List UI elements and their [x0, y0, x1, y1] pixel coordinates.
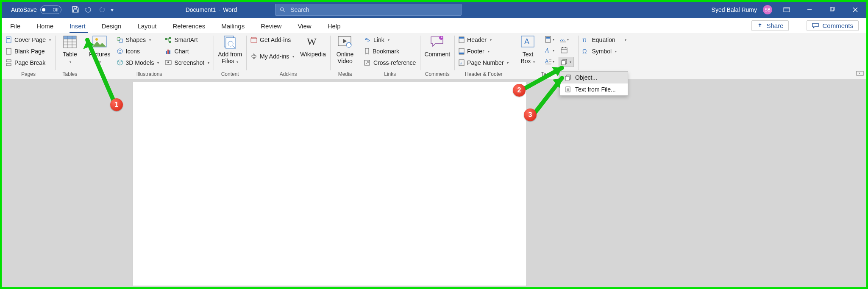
- group-label-pages: Pages: [6, 71, 51, 78]
- svg-rect-30: [169, 41, 171, 43]
- svg-rect-32: [167, 50, 169, 54]
- my-addins-button[interactable]: My Add-ins▾: [250, 46, 294, 67]
- date-time-button[interactable]: [559, 46, 570, 55]
- header-button[interactable]: Header▾: [459, 35, 509, 45]
- group-label-content: Content: [218, 71, 242, 78]
- annotation-bubble-2: 2: [513, 84, 526, 97]
- cross-reference-button[interactable]: Cross-reference: [364, 58, 416, 68]
- page-number-button[interactable]: #Page Number▾: [459, 58, 509, 68]
- smartart-button[interactable]: SmartArt: [165, 35, 209, 45]
- date-time-icon: [561, 47, 568, 54]
- svg-rect-28: [165, 38, 167, 40]
- minimize-icon[interactable]: [801, 2, 818, 18]
- tab-home[interactable]: Home: [36, 20, 54, 33]
- svg-rect-60: [562, 47, 563, 48]
- avatar[interactable]: SB: [763, 5, 772, 14]
- svg-rect-10: [7, 38, 10, 39]
- group-content: Add from Files ▾ Content: [214, 33, 246, 79]
- wikipedia-button[interactable]: W Wikipedia: [300, 35, 326, 58]
- app-name: Word: [223, 6, 237, 13]
- text-box-button[interactable]: A Text Box ▾: [517, 35, 538, 64]
- equation-button[interactable]: πEquation ▾: [582, 35, 626, 45]
- group-pages: Cover Page▾ Blank Page Page Break Pages: [2, 33, 55, 79]
- tab-mailings[interactable]: Mailings: [220, 20, 245, 33]
- link-button[interactable]: Link▾: [364, 35, 416, 45]
- signature-line-button[interactable]: ▾: [559, 35, 570, 44]
- svg-point-43: [346, 42, 351, 47]
- bookmark-icon: [364, 48, 370, 55]
- comments-button[interactable]: Comments: [807, 20, 859, 31]
- group-comments: Comment Comments: [420, 33, 454, 79]
- group-header-footer: Header▾ Footer▾ #Page Number▾ Header & F…: [454, 33, 513, 79]
- document-title: Document1 - Word: [186, 6, 237, 13]
- group-label-addins: Add-ins: [250, 71, 326, 78]
- quick-parts-icon: [545, 36, 552, 43]
- tab-review[interactable]: Review: [260, 20, 282, 33]
- blank-page-button[interactable]: Blank Page: [6, 46, 51, 56]
- comment-bubble-icon: [430, 35, 445, 49]
- close-icon[interactable]: [847, 2, 864, 18]
- search-input[interactable]: [289, 6, 457, 14]
- tab-help[interactable]: Help: [327, 20, 342, 33]
- annotation-arrow-3: [532, 72, 570, 119]
- redo-icon[interactable]: [98, 6, 106, 14]
- svg-rect-31: [166, 51, 167, 54]
- screenshot-button[interactable]: Screenshot▾: [165, 58, 209, 68]
- svg-text:A: A: [545, 47, 549, 54]
- bookmark-button[interactable]: Bookmark: [364, 46, 416, 56]
- online-video-button[interactable]: Online Video: [334, 35, 356, 64]
- symbol-button[interactable]: ΩSymbol▾: [582, 46, 626, 56]
- svg-rect-29: [169, 37, 171, 39]
- svg-rect-61: [565, 47, 566, 48]
- screenshot-icon: [165, 59, 172, 66]
- table-button[interactable]: Table▾: [59, 35, 81, 64]
- ribbon: Cover Page▾ Blank Page Page Break Pages …: [2, 33, 866, 79]
- search-box[interactable]: [275, 4, 462, 16]
- search-icon: [280, 7, 285, 13]
- svg-rect-2: [784, 8, 790, 12]
- autosave-switch[interactable]: Off: [40, 6, 61, 14]
- autosave-label: AutoSave: [11, 6, 37, 13]
- tab-design[interactable]: Design: [101, 20, 122, 33]
- quick-access-toolbar: ▾: [67, 6, 118, 14]
- svg-rect-40: [251, 39, 257, 42]
- autosave-toggle[interactable]: AutoSave Off: [2, 6, 67, 14]
- share-button[interactable]: Share: [751, 20, 789, 31]
- svg-rect-6: [831, 7, 835, 10]
- tab-insert[interactable]: Insert: [69, 20, 86, 33]
- svg-rect-5: [830, 8, 834, 11]
- chart-button[interactable]: Chart: [165, 46, 209, 56]
- group-label-tables: Tables: [59, 71, 81, 78]
- document-page[interactable]: [133, 82, 526, 286]
- wikipedia-icon: W: [306, 35, 320, 49]
- page-break-button[interactable]: Page Break: [6, 58, 51, 68]
- tab-references[interactable]: References: [172, 20, 206, 33]
- addins-icon: [250, 53, 257, 60]
- footer-button[interactable]: Footer▾: [459, 46, 509, 56]
- undo-icon[interactable]: [84, 6, 93, 14]
- tab-layout[interactable]: Layout: [136, 20, 157, 33]
- group-media: Online Video Media: [330, 33, 360, 79]
- cover-page-icon: [6, 36, 12, 43]
- tab-file[interactable]: File: [9, 20, 21, 33]
- blank-page-icon: [6, 48, 12, 55]
- tab-view[interactable]: View: [297, 20, 312, 33]
- group-tables: Table▾ Tables: [55, 33, 85, 79]
- user-name[interactable]: Syed Balal Rumy: [712, 6, 757, 13]
- ribbon-tabs: File Home Insert Design Layout Reference…: [2, 18, 866, 33]
- maximize-icon[interactable]: [824, 2, 841, 18]
- cover-page-button[interactable]: Cover Page▾: [6, 35, 51, 45]
- svg-rect-33: [169, 50, 170, 54]
- wordart-button[interactable]: A▾: [544, 46, 555, 55]
- ribbon-display-icon[interactable]: [778, 2, 795, 18]
- save-icon[interactable]: [72, 6, 79, 14]
- get-addins-button[interactable]: Get Add-ins: [250, 35, 294, 45]
- qat-more-icon[interactable]: ▾: [111, 6, 114, 13]
- text-cursor: [179, 92, 179, 100]
- add-from-files-button[interactable]: Add from Files ▾: [218, 35, 242, 64]
- online-video-icon: [338, 35, 352, 49]
- quick-parts-button[interactable]: ▾: [544, 35, 555, 44]
- comment-button[interactable]: Comment: [424, 35, 450, 58]
- collapse-ribbon-icon[interactable]: [856, 70, 864, 77]
- document-workspace: [2, 81, 866, 287]
